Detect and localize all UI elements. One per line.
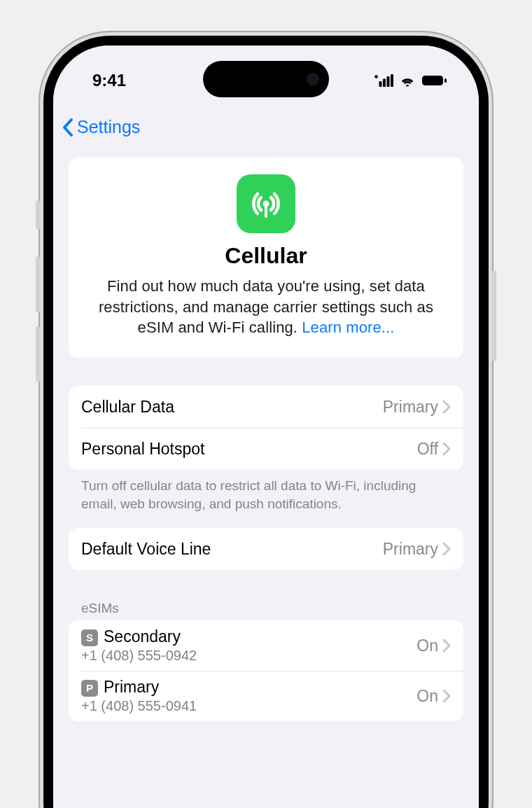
- row-esim-secondary[interactable]: S Secondary +1 (408) 555-0942 On: [69, 620, 463, 671]
- screen: 9:41: [53, 46, 479, 808]
- settings-group-voice: Default Voice Line Primary: [69, 528, 463, 570]
- learn-more-link[interactable]: Learn more...: [302, 319, 394, 336]
- chevron-right-icon: [442, 442, 451, 456]
- page-title: Cellular: [85, 243, 447, 269]
- sim-number: +1 (408) 555-0942: [81, 648, 416, 664]
- group-footer-note: Turn off cellular data to restrict all d…: [69, 470, 463, 513]
- svg-rect-6: [444, 78, 447, 83]
- settings-group-data: Cellular Data Primary Personal Hotspot O…: [69, 386, 463, 470]
- nav-back-label: Settings: [77, 117, 140, 137]
- row-personal-hotspot[interactable]: Personal Hotspot Off: [69, 428, 463, 470]
- phone-side-button: [36, 200, 40, 230]
- nav-back[interactable]: Settings: [53, 110, 479, 148]
- sim-name: Primary: [104, 678, 159, 697]
- row-value: On: [416, 636, 438, 655]
- phone-mockup: 9:41: [40, 32, 492, 808]
- settings-group-esims: S Secondary +1 (408) 555-0942 On P: [69, 620, 463, 721]
- row-value: Off: [417, 440, 438, 459]
- row-label: Personal Hotspot: [81, 440, 417, 459]
- chevron-right-icon: [442, 542, 451, 556]
- row-esim-primary[interactable]: P Primary +1 (408) 555-0941 On: [69, 671, 463, 721]
- section-header-esims: eSIMs: [69, 570, 463, 620]
- hero-card: Cellular Find out how much data you're u…: [69, 158, 463, 358]
- dynamic-island: [203, 61, 329, 97]
- page-description: Find out how much data you're using, set…: [85, 276, 447, 338]
- svg-rect-3: [387, 76, 390, 87]
- sim-number: +1 (408) 555-0941: [81, 698, 416, 714]
- chevron-left-icon: [62, 118, 74, 137]
- sim-name: Secondary: [104, 627, 181, 646]
- row-default-voice-line[interactable]: Default Voice Line Primary: [69, 528, 463, 570]
- row-label: Cellular Data: [81, 398, 383, 417]
- phone-side-button: [36, 256, 40, 312]
- wifi-icon: [399, 74, 416, 87]
- svg-point-0: [374, 75, 378, 78]
- sim-badge: S: [81, 629, 98, 646]
- chevron-right-icon: [442, 689, 451, 703]
- svg-rect-1: [379, 81, 382, 87]
- row-cellular-data[interactable]: Cellular Data Primary: [69, 386, 463, 428]
- row-value: Primary: [383, 540, 438, 559]
- battery-icon: [421, 74, 447, 87]
- svg-rect-2: [383, 79, 386, 88]
- svg-rect-5: [422, 76, 443, 85]
- cellular-antenna-icon: [237, 174, 295, 233]
- chevron-right-icon: [442, 400, 451, 414]
- row-value: On: [416, 687, 438, 706]
- phone-side-button: [36, 326, 40, 382]
- chevron-right-icon: [442, 639, 451, 653]
- row-value: Primary: [383, 398, 438, 417]
- cellular-signal-icon: [374, 74, 393, 87]
- sim-badge: P: [81, 680, 98, 697]
- status-time: 9:41: [92, 71, 126, 90]
- svg-rect-4: [391, 74, 393, 87]
- svg-rect-8: [265, 206, 267, 218]
- phone-side-button: [492, 270, 496, 361]
- row-label: Default Voice Line: [81, 540, 383, 559]
